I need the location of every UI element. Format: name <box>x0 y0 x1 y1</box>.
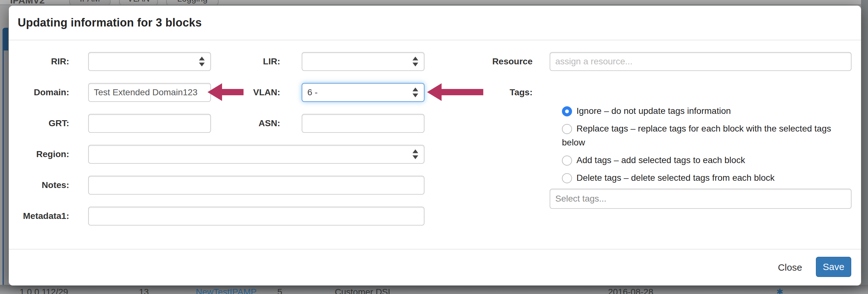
modal-title-count: 3 <box>156 16 162 29</box>
background-table-row: 1.0.0.112/29 13 NewTestIPAMP 5 Customer … <box>0 286 868 294</box>
close-button[interactable]: Close <box>770 256 810 279</box>
vlan-select[interactable]: 6 - <box>302 83 425 102</box>
radio-option-replace-tags[interactable]: Replace tags – replace tags for each blo… <box>562 122 840 150</box>
notes-input[interactable] <box>88 176 425 195</box>
tab-logging: Logging <box>166 0 219 5</box>
radio-selected-icon[interactable] <box>562 106 572 116</box>
vlan-select-value: 6 - <box>307 87 318 97</box>
grt-label: GRT: <box>6 114 69 133</box>
radio-option-label: Ignore – do not update tags information <box>577 106 731 116</box>
radio-option-label: Delete tags – delete selected tags from … <box>577 173 775 183</box>
radio-option-label: Add tags – add selected tags to each blo… <box>577 155 745 165</box>
asn-input[interactable] <box>302 114 425 133</box>
row-cell-count: 13 <box>139 287 149 294</box>
rir-select[interactable] <box>88 52 211 71</box>
tab-vlan: VLAN <box>119 0 158 5</box>
radio-option-ignore[interactable]: Ignore – do not update tags information <box>562 104 840 118</box>
domain-label: Domain: <box>6 83 69 102</box>
resource-label: Resource <box>469 52 532 71</box>
modal-title-prefix: Updating information for <box>18 16 156 29</box>
background-right-edge <box>861 0 868 294</box>
select-stepper-icon <box>412 150 418 159</box>
row-star-icon: ✱ <box>776 287 783 294</box>
metadata1-label: Metadata1: <box>6 207 69 226</box>
radio-icon[interactable] <box>562 155 572 166</box>
select-tags-input[interactable] <box>550 189 851 209</box>
row-cell-resource-link: NewTestIPAMP <box>196 287 256 294</box>
save-button[interactable]: Save <box>816 257 851 277</box>
grt-input[interactable] <box>88 114 211 133</box>
radio-option-delete-tags[interactable]: Delete tags – delete selected tags from … <box>562 171 840 185</box>
resource-input[interactable] <box>550 52 851 71</box>
rir-label: RIR: <box>6 52 69 71</box>
tags-option-list: Ignore – do not update tags information … <box>562 104 840 189</box>
navbar-brand: IPAMV2 <box>10 0 44 5</box>
metadata1-input[interactable] <box>88 207 425 226</box>
radio-icon[interactable] <box>562 124 572 134</box>
row-cell-date: 2016-08-28 <box>608 287 653 294</box>
domain-input[interactable] <box>88 83 211 102</box>
modal-header: Updating information for 3 blocks <box>9 6 861 40</box>
modal-title-suffix: blocks <box>162 16 202 29</box>
radio-option-label: Replace tags – replace tags for each blo… <box>562 124 831 147</box>
modal-footer: Close Save <box>9 249 861 286</box>
modal-title: Updating information for 3 blocks <box>18 16 202 29</box>
radio-icon[interactable] <box>562 173 572 183</box>
row-cell-type: Customer DSL <box>335 287 393 294</box>
background-navbar: IPAMV2 IPAM VLAN Logging <box>0 0 868 5</box>
notes-label: Notes: <box>6 176 69 195</box>
lir-select[interactable] <box>302 52 425 71</box>
lir-label: LIR: <box>217 52 280 71</box>
background-panel-header-edge <box>2 28 8 51</box>
select-stepper-icon <box>412 57 418 67</box>
row-cell-block: 1.0.0.112/29 <box>20 287 68 294</box>
select-stepper-icon <box>412 88 418 98</box>
update-blocks-modal: Updating information for 3 blocks RIR: L… <box>9 6 861 286</box>
region-select[interactable] <box>88 145 425 164</box>
page: IPAMV2 IPAM VLAN Logging 1.0.0.112/29 13… <box>0 0 868 294</box>
asn-label: ASN: <box>217 114 280 133</box>
radio-option-add-tags[interactable]: Add tags – add selected tags to each blo… <box>562 153 840 167</box>
region-label: Region: <box>6 145 69 164</box>
row-cell-value: 5 <box>277 287 282 294</box>
tab-ipam: IPAM <box>69 0 111 5</box>
select-stepper-icon <box>199 57 205 67</box>
